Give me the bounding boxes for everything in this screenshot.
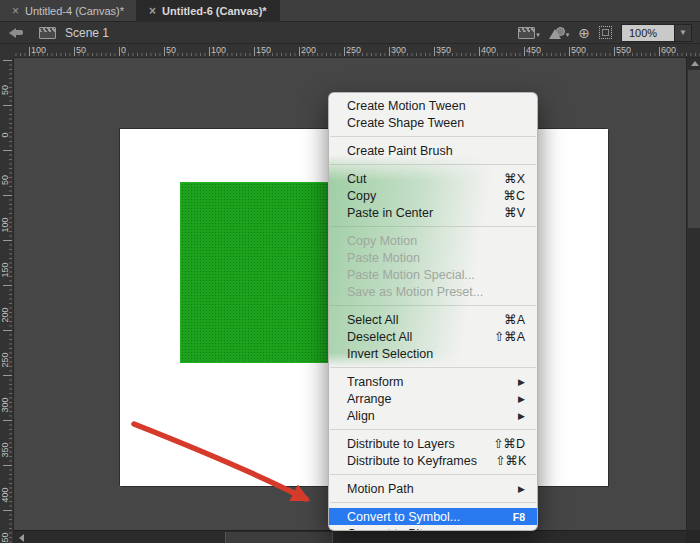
animate-app-window: ×Untitled-4 (Canvas)*×Untitled-6 (Canvas… <box>0 0 700 543</box>
menu-separator <box>330 305 536 306</box>
edit-symbols-icon <box>549 26 565 39</box>
h-ruler-label: 50 <box>166 45 176 55</box>
menu-item-convert-to-symbol[interactable]: Convert to Symbol...F8 <box>329 508 537 525</box>
menu-item-create-shape-tween[interactable]: Create Shape Tween <box>329 114 537 131</box>
menu-item-invert-selection[interactable]: Invert Selection <box>329 345 537 362</box>
edit-scene-button[interactable]: ▾ <box>518 27 540 39</box>
document-tab-bar: ×Untitled-4 (Canvas)*×Untitled-6 (Canvas… <box>0 0 700 22</box>
menu-item-align[interactable]: Align▶ <box>329 407 537 424</box>
menu-item-motion-path[interactable]: Motion Path▶ <box>329 480 537 497</box>
menu-item-shortcut: F8 <box>513 511 525 523</box>
crosshair-icon[interactable]: ⊕ <box>578 26 590 40</box>
v-ruler-label: 50 <box>0 76 10 104</box>
menu-item-label: Arrange <box>347 392 500 406</box>
edit-scene-icon <box>518 27 535 39</box>
menu-item-label: Deselect All <box>347 330 476 344</box>
horizontal-ruler: 1005005010015020025030035040045050055060… <box>0 44 700 58</box>
menu-item-label: Copy Motion <box>347 234 525 248</box>
submenu-arrow-icon: ▶ <box>518 411 525 421</box>
menu-item-shortcut: ⌘A <box>504 312 525 327</box>
submenu-arrow-icon: ▶ <box>518 484 525 494</box>
vertical-scrollbar[interactable] <box>686 58 700 530</box>
v-ruler-label: 250 <box>0 346 10 374</box>
close-icon[interactable]: × <box>12 5 19 17</box>
menu-item-label: Paste Motion Special... <box>347 268 525 282</box>
menu-item-label: Copy <box>347 189 485 203</box>
v-ruler-label: 200 <box>0 301 10 329</box>
menu-item-create-paint-brush[interactable]: Create Paint Brush <box>329 142 537 159</box>
h-ruler-label: 550 <box>616 45 631 55</box>
scrollbar-corner <box>686 530 700 543</box>
menu-item-label: Motion Path <box>347 482 500 496</box>
menu-item-label: Save as Motion Preset... <box>347 285 525 299</box>
menu-item-label: Paste Motion <box>347 251 525 265</box>
edit-bar: Scene 1 ▾ ▾ ⊕ 100% ▼ <box>0 22 700 44</box>
zoom-value[interactable]: 100% <box>622 25 674 41</box>
tab-label: Untitled-6 (Canvas)* <box>162 5 267 17</box>
scroll-left-arrow-icon[interactable] <box>19 534 24 542</box>
menu-item-distribute-to-keyframes[interactable]: Distribute to Keyframes⇧⌘K <box>329 452 537 469</box>
menu-item-shortcut: ⌘X <box>504 171 525 186</box>
h-ruler-label: 500 <box>571 45 586 55</box>
menu-item-label: Create Shape Tween <box>347 116 525 130</box>
menu-item-label: Invert Selection <box>347 347 525 361</box>
v-ruler-label: 400 <box>0 481 10 509</box>
vertical-scroll-thumb[interactable] <box>688 70 700 228</box>
bitmap-frame-icon[interactable] <box>599 26 612 39</box>
v-ruler-label: 150 <box>0 256 10 284</box>
back-button[interactable] <box>9 28 23 38</box>
v-ruler-label: 0 <box>0 121 10 149</box>
zoom-dropdown-arrow[interactable]: ▼ <box>674 25 691 41</box>
h-ruler-label: 50 <box>76 45 86 55</box>
menu-item-paste-motion: Paste Motion <box>329 249 537 266</box>
tab-untitled-6-canvas[interactable]: ×Untitled-6 (Canvas)* <box>137 0 280 22</box>
edit-symbols-button[interactable]: ▾ <box>549 26 570 39</box>
menu-item-transform[interactable]: Transform▶ <box>329 373 537 390</box>
h-ruler-label: 250 <box>346 45 361 55</box>
menu-item-deselect-all[interactable]: Deselect All⇧⌘A <box>329 328 537 345</box>
chevron-down-icon: ▾ <box>536 31 540 39</box>
horizontal-scroll-thumb[interactable] <box>225 532 333 543</box>
menu-separator <box>330 502 536 503</box>
menu-item-select-all[interactable]: Select All⌘A <box>329 311 537 328</box>
tab-untitled-4-canvas[interactable]: ×Untitled-4 (Canvas)* <box>0 0 137 22</box>
h-ruler-label: 0 <box>121 45 126 55</box>
h-ruler-label: 600 <box>661 45 676 55</box>
menu-item-distribute-to-layers[interactable]: Distribute to Layers⇧⌘D <box>329 435 537 452</box>
h-ruler-label: 100 <box>31 45 46 55</box>
horizontal-scrollbar[interactable] <box>14 530 686 543</box>
menu-separator <box>330 474 536 475</box>
scroll-up-arrow-icon[interactable] <box>691 61 699 66</box>
clapperboard-icon <box>39 27 56 39</box>
menu-item-label: Transform <box>347 375 500 389</box>
h-ruler-label: 300 <box>391 45 406 55</box>
submenu-arrow-icon: ▶ <box>518 377 525 387</box>
menu-separator <box>330 429 536 430</box>
h-ruler-label: 150 <box>256 45 271 55</box>
h-ruler-label: 350 <box>436 45 451 55</box>
menu-item-label: Distribute to Keyframes <box>347 454 477 468</box>
menu-item-label: Create Paint Brush <box>347 144 525 158</box>
menu-item-copy[interactable]: Copy⌘C <box>329 187 537 204</box>
menu-item-cut[interactable]: Cut⌘X <box>329 170 537 187</box>
vertical-ruler: 50050100150200250300350400450 <box>0 58 14 543</box>
menu-item-copy-motion: Copy Motion <box>329 232 537 249</box>
menu-item-label: Paste in Center <box>347 206 486 220</box>
submenu-arrow-icon: ▶ <box>518 394 525 404</box>
menu-item-paste-motion-special: Paste Motion Special... <box>329 266 537 283</box>
menu-item-label: Select All <box>347 313 486 327</box>
v-ruler-label: 450 <box>0 526 10 543</box>
menu-separator <box>330 367 536 368</box>
context-menu: Create Motion TweenCreate Shape TweenCre… <box>328 92 538 531</box>
menu-item-label: Convert to Bitmap <box>347 527 525 532</box>
menu-item-arrange[interactable]: Arrange▶ <box>329 390 537 407</box>
menu-separator <box>330 136 536 137</box>
ruler-corner <box>0 44 14 58</box>
menu-separator <box>330 164 536 165</box>
menu-item-convert-to-bitmap[interactable]: Convert to Bitmap <box>329 525 537 531</box>
menu-item-shortcut: ⇧⌘D <box>493 436 525 451</box>
close-icon[interactable]: × <box>149 5 156 17</box>
menu-item-paste-in-center[interactable]: Paste in Center⌘V <box>329 204 537 221</box>
menu-item-create-motion-tween[interactable]: Create Motion Tween <box>329 97 537 114</box>
zoom-control[interactable]: 100% ▼ <box>621 24 692 42</box>
